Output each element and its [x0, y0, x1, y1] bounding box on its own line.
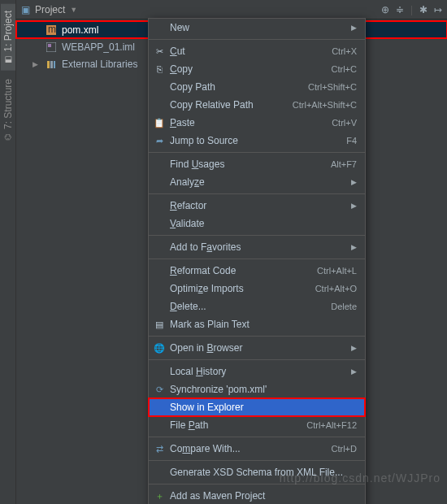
menu-add-favorites[interactable]: Add to Favorites▶ — [149, 238, 365, 256]
menu-delete[interactable]: Delete...Delete — [149, 298, 365, 315]
expand-arrow-icon[interactable]: ▶ — [33, 60, 41, 68]
menu-copy-relative-path[interactable]: Copy Relative PathCtrl+Alt+Shift+C — [149, 96, 365, 114]
cut-icon: ✂ — [154, 46, 165, 57]
menu-analyze[interactable]: Analyze▶ — [149, 173, 365, 191]
menu-separator — [149, 437, 365, 437]
side-tab-bar: ◧ 1: Project ⌬ 7: Structure — [0, 0, 16, 504]
toolbar-title: Project — [35, 4, 65, 15]
submenu-arrow-icon: ▶ — [351, 24, 357, 32]
svg-rect-4 — [47, 61, 50, 68]
divider: | — [410, 4, 413, 15]
menu-paste[interactable]: 📋PasteCtrl+V — [149, 114, 365, 132]
menu-add-maven[interactable]: ＋Add as Maven Project — [149, 487, 365, 504]
menu-copy-path[interactable]: Copy PathCtrl+Shift+C — [149, 78, 365, 96]
submenu-arrow-icon: ▶ — [351, 344, 357, 352]
menu-local-history[interactable]: Local History▶ — [149, 363, 365, 380]
sync-icon: ⟳ — [154, 385, 165, 395]
menu-separator — [149, 152, 365, 153]
project-toolbar: ▣ Project ▼ ⊕ ≑ | ✱ ↦ — [16, 0, 447, 20]
menu-separator — [149, 39, 365, 40]
submenu-arrow-icon: ▶ — [351, 178, 357, 186]
structure-tab-icon: ⌬ — [3, 133, 12, 141]
submenu-arrow-icon: ▶ — [351, 202, 357, 210]
tree-item-label: WEBAPP_01.iml — [62, 41, 135, 53]
menu-separator — [149, 336, 365, 337]
menu-optimize-imports[interactable]: Optimize ImportsCtrl+Alt+O — [149, 280, 365, 298]
jump-icon: ➦ — [154, 136, 165, 146]
target-icon[interactable]: ⊕ — [381, 4, 389, 15]
side-tab-label: 7: Structure — [2, 79, 14, 129]
svg-rect-3 — [48, 44, 51, 47]
menu-jump-to-source[interactable]: ➦Jump to SourceF4 — [149, 132, 365, 150]
menu-reformat[interactable]: Reformat CodeCtrl+Alt+L — [149, 262, 365, 280]
menu-separator — [149, 484, 365, 484]
menu-separator — [149, 359, 365, 360]
tree-item-label: pom.xml — [62, 24, 98, 36]
side-tab-label: 1: Project — [2, 11, 14, 52]
menu-mark-plain-text[interactable]: ▤Mark as Plain Text — [149, 315, 365, 333]
text-icon: ▤ — [154, 319, 165, 330]
menu-show-in-explorer[interactable]: Show in Explorer — [149, 398, 365, 416]
menu-synchronize[interactable]: ⟳Synchronize 'pom.xml' — [149, 380, 365, 398]
side-tab-project[interactable]: ◧ 1: Project — [1, 4, 15, 71]
menu-separator — [149, 235, 365, 236]
maven-file-icon: m — [46, 25, 57, 35]
compare-icon: ⇄ — [154, 444, 165, 454]
menu-separator — [149, 193, 365, 194]
context-menu: New▶ ✂CutCtrl+X ⎘CopyCtrl+C Copy PathCtr… — [148, 18, 366, 504]
library-icon — [46, 59, 57, 69]
menu-separator — [149, 460, 365, 461]
submenu-arrow-icon: ▶ — [351, 367, 357, 376]
menu-validate[interactable]: Validate — [149, 215, 365, 232]
project-icon: ▣ — [21, 4, 30, 15]
iml-file-icon — [46, 42, 57, 52]
svg-rect-6 — [54, 61, 55, 68]
menu-refactor[interactable]: Refactor▶ — [149, 197, 365, 215]
gear-icon[interactable]: ✱ — [419, 4, 427, 15]
copy-icon: ⎘ — [154, 64, 165, 74]
project-tab-icon: ◧ — [3, 56, 12, 63]
side-tab-structure[interactable]: ⌬ 7: Structure — [1, 72, 15, 148]
browser-icon: 🌐 — [154, 343, 165, 354]
menu-copy[interactable]: ⎘CopyCtrl+C — [149, 60, 365, 78]
menu-find-usages[interactable]: Find UsagesAlt+F7 — [149, 155, 365, 173]
submenu-arrow-icon: ▶ — [351, 243, 357, 251]
add-icon: ＋ — [154, 490, 165, 502]
menu-generate-xsd[interactable]: Generate XSD Schema from XML File... — [149, 463, 365, 481]
menu-open-browser[interactable]: 🌐Open in Browser▶ — [149, 339, 365, 357]
menu-separator — [149, 259, 365, 259]
menu-cut[interactable]: ✂CutCtrl+X — [149, 42, 365, 60]
dropdown-arrow-icon[interactable]: ▼ — [70, 6, 77, 14]
svg-text:m: m — [48, 25, 56, 35]
menu-compare-with[interactable]: ⇄Compare With...Ctrl+D — [149, 440, 365, 458]
tree-item-label: External Libraries — [62, 59, 137, 70]
svg-rect-5 — [50, 61, 53, 68]
hide-icon[interactable]: ↦ — [434, 4, 442, 15]
paste-icon: 📋 — [154, 118, 165, 128]
menu-file-path[interactable]: File PathCtrl+Alt+F12 — [149, 416, 365, 434]
collapse-icon[interactable]: ≑ — [396, 4, 404, 15]
menu-new[interactable]: New▶ — [149, 19, 365, 37]
